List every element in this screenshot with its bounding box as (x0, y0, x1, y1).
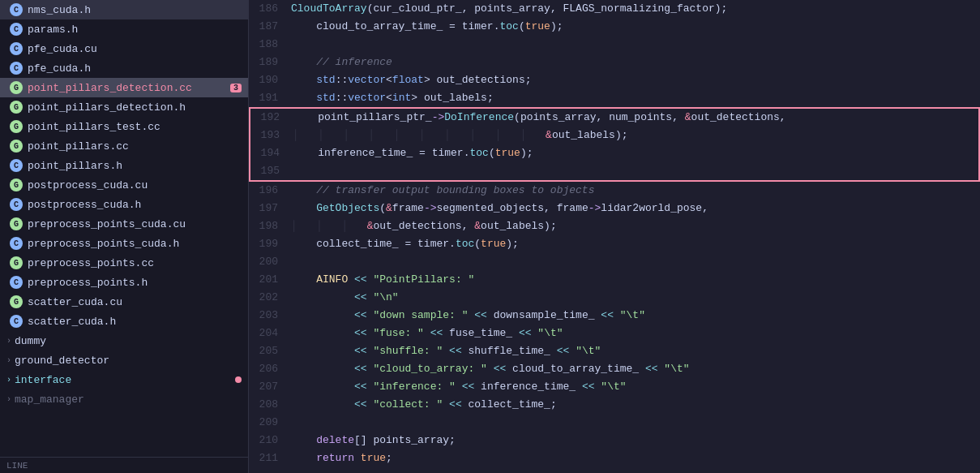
sidebar-item-label: params.h (28, 24, 242, 36)
code-line-190: 190 std::vector<float> out_detections; (249, 71, 980, 89)
code-container: 186 CloudToArray(cur_cloud_ptr_, points_… (249, 0, 980, 473)
code-line-205: 205 << "shuffle: " << shuffle_time_ << "… (249, 342, 980, 360)
chevron-right-icon: › (6, 395, 11, 404)
g-icon: G (10, 140, 23, 153)
change-badge: 3 (230, 84, 242, 92)
sidebar-item-preprocess-points-cc[interactable]: G preprocess_points.cc (0, 253, 248, 273)
g-icon: G (10, 217, 23, 230)
c-icon: C (10, 42, 23, 55)
code-line-191: 191 std::vector<int> out_labels; (249, 89, 980, 107)
folder-map-manager[interactable]: › map_manager (0, 389, 248, 409)
code-line-201: 201 AINFO << "PointPillars: " (249, 271, 980, 289)
c-icon: C (10, 3, 23, 16)
sidebar-item-label: postprocess_cuda.h (28, 199, 242, 211)
sidebar-item-label: scatter_cuda.h (28, 316, 242, 328)
sidebar-item-nms-cuda-h[interactable]: C nms_cuda.h (0, 0, 248, 19)
chevron-right-icon: › (6, 337, 11, 346)
status-line-label: LINE (6, 461, 28, 471)
sidebar-item-label: preprocess_points_cuda.h (28, 238, 242, 250)
sidebar-item-postprocess-cuda-cu[interactable]: G postprocess_cuda.cu (0, 175, 248, 195)
code-line-187: 187 cloud_to_array_time_ = timer.toc(tru… (249, 18, 980, 36)
sidebar-item-preprocess-points-h[interactable]: C preprocess_points.h (0, 273, 248, 292)
g-icon: G (10, 101, 23, 114)
sidebar-item-label: pfe_cuda.h (28, 62, 242, 75)
sidebar-item-point-pillars-cc[interactable]: G point_pillars.cc (0, 136, 248, 156)
c-icon: C (10, 276, 23, 289)
code-line-194: 194 inference_time_ = timer.toc(true); (250, 144, 978, 162)
code-line-193: 193 │ │ │ │ │ │ │ │ │ │ &out_labels); (250, 127, 978, 144)
sidebar-item-label: postprocess_cuda.cu (28, 179, 242, 191)
code-line-197: 197 GetObjects(&frame->segmented_objects… (249, 200, 980, 217)
sidebar-item-point-pillars-test-cc[interactable]: G point_pillars_test.cc (0, 117, 248, 136)
modified-dot (235, 376, 242, 383)
folder-label: ground_detector (15, 355, 109, 367)
g-icon: G (10, 256, 23, 269)
folder-label: interface (15, 374, 71, 386)
g-icon: G (10, 120, 23, 133)
code-line-198: 198 │ │ │ &out_detections, &out_labels); (249, 217, 980, 235)
file-explorer-sidebar: C nms_cuda.h C params.h C pfe_cuda.cu C … (0, 0, 249, 473)
folder-label: dummy (15, 335, 46, 347)
sidebar-item-label: preprocess_points_cuda.cu (28, 218, 242, 230)
code-line-195: 195 (250, 162, 978, 180)
sidebar-item-preprocess-points-cuda-h[interactable]: C preprocess_points_cuda.h (0, 234, 248, 253)
code-line-209: 209 (249, 414, 980, 432)
c-icon: C (10, 159, 23, 172)
sidebar-item-pfe-cuda-cu[interactable]: C pfe_cuda.cu (0, 39, 248, 58)
g-icon: G (10, 81, 23, 94)
sidebar-item-scatter-cuda-h[interactable]: C scatter_cuda.h (0, 312, 248, 331)
c-icon: C (10, 237, 23, 250)
sidebar-item-point-pillars-detection-cc[interactable]: G point_pillars_detection.cc 3 (0, 78, 248, 97)
code-line-203: 203 << "down sample: " << downsample_tim… (249, 307, 980, 325)
c-icon: C (10, 23, 23, 36)
sidebar-item-label: point_pillars.h (28, 160, 242, 172)
chevron-right-icon: › (6, 376, 11, 385)
code-line-186: 186 CloudToArray(cur_cloud_ptr_, points_… (249, 0, 980, 18)
sidebar-item-label: point_pillars_detection.h (28, 101, 242, 114)
sidebar-item-label: point_pillars_detection.cc (28, 82, 227, 94)
sidebar-item-label: scatter_cuda.cu (28, 296, 242, 308)
status-bar: LINE (0, 457, 248, 473)
code-line-208: 208 << "collect: " << collect_time_; (249, 396, 980, 414)
sidebar-item-point-pillars-detection-h[interactable]: G point_pillars_detection.h (0, 97, 248, 117)
code-line-206: 206 << "cloud_to_array: " << cloud_to_ar… (249, 360, 980, 378)
code-line-189: 189 // inference (249, 54, 980, 71)
code-line-207: 207 << "inference: " << inference_time_ … (249, 378, 980, 396)
chevron-right-icon: › (6, 356, 11, 365)
code-line-196: 196 // transfer output bounding boxes to… (249, 182, 980, 200)
code-line-188: 188 (249, 36, 980, 54)
sidebar-item-label: preprocess_points.h (28, 277, 242, 289)
c-icon: C (10, 198, 23, 211)
highlight-block: 192 point_pillars_ptr_->DoInference(poin… (249, 107, 980, 182)
sidebar-item-postprocess-cuda-h[interactable]: C postprocess_cuda.h (0, 195, 248, 214)
code-line-210: 210 delete[] points_array; (249, 432, 980, 449)
folder-label: map_manager (15, 393, 84, 406)
sidebar-item-params-h[interactable]: C params.h (0, 19, 248, 39)
code-line-200: 200 (249, 253, 980, 271)
g-icon: G (10, 295, 23, 308)
folder-interface[interactable]: › interface (0, 370, 248, 389)
code-line-202: 202 << "\n" (249, 289, 980, 307)
folder-ground-detector[interactable]: › ground_detector (0, 350, 248, 370)
g-icon: G (10, 178, 23, 191)
sidebar-item-point-pillars-h[interactable]: C point_pillars.h (0, 156, 248, 175)
sidebar-item-label: nms_cuda.h (28, 4, 242, 16)
code-line-204: 204 << "fuse: " << fuse_time_ << "\t" (249, 325, 980, 342)
c-icon: C (10, 62, 23, 75)
sidebar-item-scatter-cuda-cu[interactable]: G scatter_cuda.cu (0, 292, 248, 312)
folder-dummy[interactable]: › dummy (0, 331, 248, 350)
c-icon: C (10, 315, 23, 328)
code-editor[interactable]: 186 CloudToArray(cur_cloud_ptr_, points_… (249, 0, 980, 473)
code-line-199: 199 collect_time_ = timer.toc(true); (249, 235, 980, 253)
sidebar-item-label: preprocess_points.cc (28, 257, 242, 269)
sidebar-item-label: pfe_cuda.cu (28, 43, 242, 55)
code-line-211: 211 return true; (249, 449, 980, 467)
sidebar-item-label: point_pillars_test.cc (28, 121, 242, 133)
sidebar-item-label: point_pillars.cc (28, 140, 242, 153)
sidebar-item-pfe-cuda-h[interactable]: C pfe_cuda.h (0, 58, 248, 78)
sidebar-item-preprocess-points-cuda-cu[interactable]: G preprocess_points_cuda.cu (0, 214, 248, 234)
code-line-192: 192 point_pillars_ptr_->DoInference(poin… (250, 109, 978, 127)
